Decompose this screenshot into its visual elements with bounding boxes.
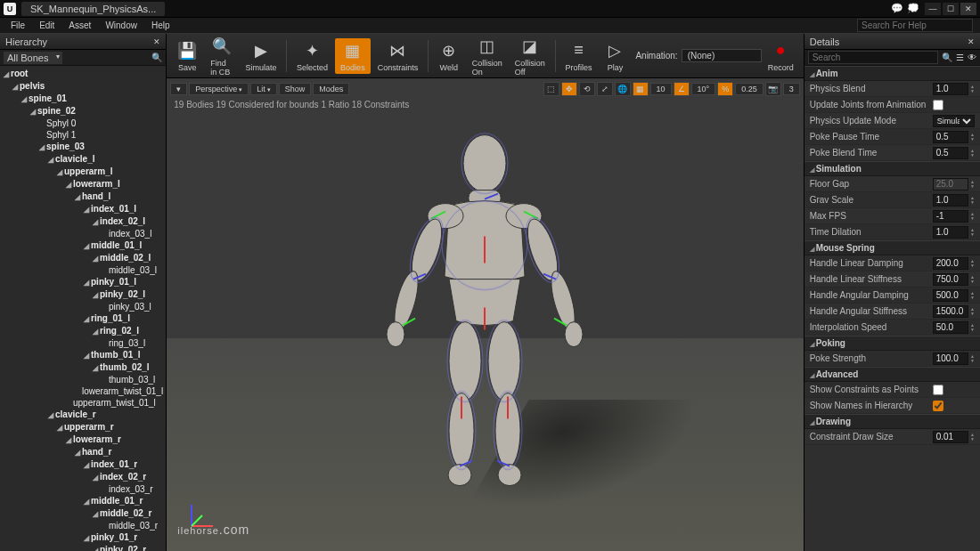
toolbar-selected-button[interactable]: ✦Selected (291, 38, 333, 74)
tree-node[interactable]: ◢pinky_01_r (0, 531, 166, 544)
spinner-icon[interactable]: ▲▼ (970, 259, 975, 268)
tree-node[interactable]: ◢pelvis (0, 80, 166, 93)
toolbar-play-button[interactable]: ▷Play (599, 38, 631, 74)
menu-edit[interactable]: Edit (32, 19, 61, 32)
coord-space-icon[interactable]: 🌐 (615, 82, 631, 96)
toolbar-collision-on-button[interactable]: ◫Collision On (467, 34, 508, 78)
filter-icon[interactable]: ☰ (956, 53, 964, 62)
tree-node[interactable]: Sphyl 1 (0, 129, 166, 141)
eye-icon[interactable]: 👁 (968, 53, 976, 62)
hierarchy-header[interactable]: Hierarchy ✕ (0, 34, 166, 50)
property-input[interactable] (933, 352, 968, 365)
search-icon[interactable]: 🔍 (151, 53, 162, 62)
tree-node[interactable]: ◢pinky_02_r (0, 544, 166, 551)
viewport-modes-button[interactable]: Modes (313, 83, 349, 95)
property-input[interactable] (933, 273, 968, 286)
section-mouse-spring[interactable]: Mouse Spring (804, 240, 980, 255)
property-checkbox[interactable] (933, 385, 943, 395)
property-input[interactable] (933, 178, 968, 190)
tree-node[interactable]: pinky_03_l (0, 301, 166, 312)
camera-speed-value[interactable]: 3 (783, 83, 800, 95)
property-checkbox[interactable] (933, 401, 943, 411)
property-input[interactable] (933, 210, 968, 223)
spinner-icon[interactable]: ▲▼ (970, 196, 975, 205)
source-control-icon[interactable]: 💬 (891, 3, 903, 15)
tree-node[interactable]: ◢index_01_r (0, 458, 166, 471)
tree-node[interactable]: ◢ring_02_l (0, 325, 166, 337)
record-button[interactable]: ●Record (763, 38, 799, 74)
tree-node[interactable]: ◢clavicle_l (0, 153, 166, 166)
tree-node[interactable]: thumb_03_l (0, 374, 166, 385)
spinner-icon[interactable]: ▲▼ (970, 323, 975, 332)
document-tab[interactable]: SK_Mannequin_PhysicsAs... (21, 2, 165, 16)
tree-node[interactable]: ◢spine_01 (0, 93, 166, 105)
grid-snap-value[interactable]: 10 (650, 83, 672, 95)
scale-mode-icon[interactable]: ⤢ (597, 82, 613, 96)
toolbar-bodies-button[interactable]: ▦Bodies (335, 38, 371, 74)
tree-node[interactable]: ◢middle_01_r (0, 495, 166, 507)
tree-node[interactable]: ◢thumb_02_l (0, 361, 166, 374)
tree-node[interactable]: ◢upperarm_l (0, 166, 166, 178)
toolbar-collision-off-button[interactable]: ◪Collision Off (510, 34, 551, 78)
spinner-icon[interactable]: ▲▼ (970, 291, 975, 300)
property-input[interactable] (933, 147, 968, 159)
tree-node[interactable]: middle_03_r (0, 520, 166, 531)
tree-node[interactable]: ◢lowerarm_l (0, 178, 166, 190)
scale-snap-value[interactable]: 0.25 (735, 83, 764, 95)
tree-node[interactable]: ◢hand_r (0, 446, 166, 458)
grid-snap-icon[interactable]: ▦ (633, 82, 649, 96)
rotate-mode-icon[interactable]: ⟲ (579, 82, 595, 96)
tree-node[interactable]: ◢middle_02_r (0, 507, 166, 520)
close-panel-icon[interactable]: ✕ (153, 37, 160, 46)
viewport-show-button[interactable]: Show (279, 83, 312, 95)
toolbar-constraints-button[interactable]: ⋈Constraints (372, 38, 424, 74)
viewport-lit-button[interactable]: Lit (250, 83, 276, 95)
tree-node[interactable]: ◢pinky_02_l (0, 288, 166, 301)
section-poking[interactable]: Poking (804, 336, 980, 351)
spinner-icon[interactable]: ▲▼ (970, 275, 975, 284)
tree-node[interactable]: ◢spine_03 (0, 141, 166, 153)
tree-node[interactable]: ◢lowerarm_r (0, 434, 166, 446)
tree-node[interactable]: middle_03_l (0, 264, 166, 276)
tree-node[interactable]: ◢index_01_l (0, 203, 166, 215)
bone-filter-dropdown[interactable]: All Bones (4, 52, 62, 64)
angle-snap-value[interactable]: 10° (691, 83, 716, 95)
viewport[interactable]: ▾ PerspectiveLitShowModes ⬚ ✥ ⟲ ⤢ 🌐 ▦ 10… (167, 78, 803, 551)
scale-snap-icon[interactable]: % (717, 82, 733, 96)
tree-node[interactable]: Sphyl 0 (0, 117, 166, 129)
spinner-icon[interactable]: ▲▼ (970, 228, 975, 237)
camera-speed-icon[interactable]: 📷 (765, 82, 781, 96)
spinner-icon[interactable]: ▲▼ (970, 180, 975, 189)
section-anim[interactable]: Anim (804, 66, 980, 81)
menu-window[interactable]: Window (98, 19, 144, 32)
property-input[interactable] (933, 321, 968, 334)
tree-node[interactable]: ◢hand_l (0, 190, 166, 203)
tree-node[interactable]: ◢spine_02 (0, 105, 166, 117)
tree-node[interactable]: ring_03_l (0, 337, 166, 349)
toolbar-find-in-cb-button[interactable]: 🔍Find in CB (205, 34, 238, 78)
viewport-menu-button[interactable]: ▾ (170, 83, 187, 95)
select-mode-icon[interactable]: ⬚ (543, 82, 559, 96)
tree-node[interactable]: ◢middle_01_l (0, 239, 166, 252)
spinner-icon[interactable]: ▲▼ (970, 85, 975, 93)
property-input[interactable] (933, 226, 968, 239)
spinner-icon[interactable]: ▲▼ (970, 354, 975, 363)
menu-help[interactable]: Help (144, 19, 177, 32)
toolbar-simulate-button[interactable]: ▶Simulate (240, 38, 282, 74)
tree-node[interactable]: index_03_r (0, 483, 166, 495)
spinner-icon[interactable]: ▲▼ (970, 212, 975, 221)
tree-node[interactable]: ◢pinky_01_l (0, 276, 166, 288)
property-input[interactable] (933, 289, 968, 302)
spinner-icon[interactable]: ▲▼ (970, 133, 975, 142)
menu-file[interactable]: File (4, 19, 32, 32)
tree-node[interactable]: lowerarm_twist_01_l (0, 385, 166, 397)
viewport-perspective-button[interactable]: Perspective (189, 83, 249, 95)
maximize-button[interactable]: ☐ (943, 3, 959, 15)
property-select[interactable]: Simulation Upates Component Transform (933, 115, 975, 127)
menu-asset[interactable]: Asset (61, 19, 98, 32)
section-simulation[interactable]: Simulation (804, 161, 980, 176)
tree-node[interactable]: ◢upperarm_r (0, 421, 166, 434)
spinner-icon[interactable]: ▲▼ (970, 433, 975, 442)
close-button[interactable]: ✕ (960, 3, 976, 15)
translate-mode-icon[interactable]: ✥ (561, 82, 577, 96)
